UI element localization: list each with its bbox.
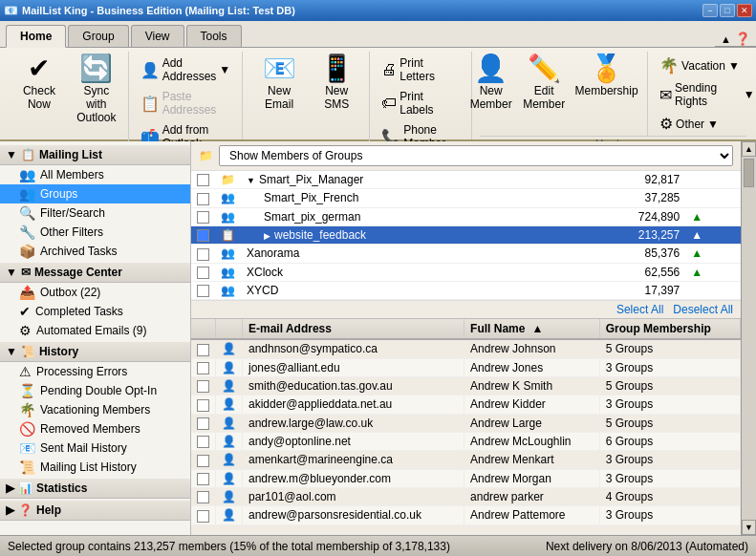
membership-button[interactable]: 🏅 Membership — [572, 52, 641, 101]
tab-tools[interactable]: Tools — [186, 25, 242, 47]
sidebar-item-archived-tasks[interactable]: 📦 Archived Tasks — [0, 242, 190, 261]
col-email[interactable]: E-mail Address — [243, 319, 464, 339]
add-addresses-button[interactable]: 👤 Add Addresses ▼ — [135, 53, 237, 86]
member-row[interactable]: 👤 andrew.m@blueyonder.com Andrew Morgan … — [191, 469, 741, 487]
minimize-button[interactable]: − — [702, 4, 718, 17]
tab-group[interactable]: Group — [68, 25, 128, 47]
group-row[interactable]: 👥 Smart_pix_german 724,890 ▲ — [191, 207, 741, 225]
tab-view[interactable]: View — [131, 25, 184, 47]
archived-tasks-label: Archived Tasks — [40, 245, 117, 258]
new-email-button[interactable]: 📧 New Email — [250, 52, 308, 115]
sidebar-item-filter[interactable]: 🔍 Filter/Search — [0, 203, 190, 223]
paste-addresses-button[interactable]: 📋 Paste Addresses — [135, 87, 237, 119]
sidebar-header-messagecenter[interactable]: ▼ ✉ Message Center — [0, 263, 190, 283]
messagecenter-section-label: Message Center — [34, 266, 122, 279]
group-checkbox[interactable] — [197, 193, 209, 205]
group-checkbox[interactable] — [197, 267, 209, 279]
member-checkbox[interactable] — [197, 491, 209, 503]
member-checkbox[interactable] — [197, 436, 209, 448]
sidebar-item-automated-emails[interactable]: ⚙ Automated Emails (9) — [0, 321, 190, 340]
groups-scroll[interactable]: 📁 ▼Smart_Pix_Manager 92,817 👥 Smart_Pix_… — [191, 171, 741, 300]
sidebar-item-all-members[interactable]: 👥 All Members — [0, 165, 190, 184]
sidebar-item-other-filters[interactable]: 🔧 Other Filters — [0, 223, 190, 242]
ribbon-group-communicate: 📧 New Email 📱 New SMS 🖨 Print Letters 🏷 … — [245, 52, 471, 139]
select-all-link[interactable]: Select All — [616, 303, 663, 316]
sidebar-item-vacationing[interactable]: 🌴 Vacationing Members — [0, 400, 190, 419]
sidebar-item-groups[interactable]: 👥 Groups — [0, 184, 190, 203]
help-icon[interactable]: ❓ — [735, 32, 750, 46]
sidebar-header-mailinglist[interactable]: ▼ 📋 Mailing List — [0, 145, 190, 165]
edit-member-button[interactable]: ✏️ EditMember — [518, 52, 570, 115]
removed-label: Removed Members — [40, 422, 140, 436]
group-count-cell: 62,556 — [557, 263, 685, 281]
group-checkbox[interactable] — [197, 248, 209, 261]
sidebar-header-help[interactable]: ▶ ❓ Help — [0, 501, 190, 521]
member-row[interactable]: 👤 jones@alliant.edu Andrew Jones 3 Group… — [191, 358, 741, 376]
sidebar-item-processing-errors[interactable]: ⚠ Processing Errors — [0, 362, 190, 381]
print-letters-label: Print Letters — [400, 56, 459, 83]
sending-rights-button[interactable]: ✉ Sending Rights ▼ — [654, 78, 756, 111]
print-letters-button[interactable]: 🖨 Print Letters — [376, 53, 464, 86]
group-row[interactable]: 👥 Xanorama 85,376 ▲ — [191, 245, 741, 263]
member-checkbox[interactable] — [197, 362, 209, 374]
member-row[interactable]: 👤 amenkart@marineengine.ca Andrew Menkar… — [191, 451, 741, 469]
col-membership[interactable]: Group Membership — [599, 319, 740, 339]
scroll-down-button[interactable]: ▼ — [742, 520, 756, 535]
new-sms-icon: 📱 — [320, 55, 354, 82]
group-row[interactable]: 📁 ▼Smart_Pix_Manager 92,817 — [191, 171, 741, 189]
check-now-button[interactable]: ✔ Check Now — [10, 52, 69, 115]
scroll-thumb[interactable] — [744, 159, 754, 187]
sidebar-section-statistics: ▶ 📊 Statistics — [0, 479, 190, 499]
tab-home[interactable]: Home — [6, 25, 66, 48]
group-checkbox[interactable] — [197, 229, 209, 242]
group-checkbox[interactable] — [197, 285, 209, 297]
sidebar-header-history[interactable]: ▼ 📜 History — [0, 342, 190, 362]
maximize-button[interactable]: □ — [720, 4, 735, 17]
sidebar-item-pending-optin[interactable]: ⏳ Pending Double Opt-In — [0, 381, 190, 400]
member-checkbox[interactable] — [197, 399, 209, 412]
other-button[interactable]: ⚙ Other ▼ — [654, 112, 756, 136]
member-checkbox[interactable] — [197, 380, 209, 393]
scroll-up-button[interactable]: ▲ — [742, 141, 756, 157]
member-checkbox[interactable] — [197, 344, 209, 356]
close-button[interactable]: ✕ — [737, 4, 752, 17]
member-checkbox[interactable] — [197, 510, 209, 523]
expand-arrow[interactable]: ▶ — [264, 231, 270, 241]
new-sms-button[interactable]: 📱 New SMS — [310, 52, 364, 115]
deselect-all-link[interactable]: Deselect All — [673, 303, 733, 316]
expand-arrow[interactable]: ▼ — [247, 176, 255, 185]
pending-optin-icon: ⏳ — [19, 383, 35, 398]
group-checkbox[interactable] — [197, 174, 209, 186]
sidebar-item-outbox[interactable]: 📤 Outbox (22) — [0, 283, 190, 302]
ribbon-collapse-icon[interactable]: ▲ — [721, 33, 731, 45]
member-row[interactable]: 👤 andrew.large@law.co.uk Andrew Large 5 … — [191, 414, 741, 432]
member-row[interactable]: 👤 andy@optonline.net Andrew McLoughlin 6… — [191, 432, 741, 450]
sync-outlook-button[interactable]: 🔄 Sync withOutlook — [71, 52, 122, 128]
member-checkbox[interactable] — [197, 455, 209, 467]
print-labels-button[interactable]: 🏷 Print Labels — [376, 87, 464, 119]
member-checkbox[interactable] — [197, 473, 209, 485]
group-row-selected[interactable]: 📋 ▶website_feedback 213,257 ▲ — [191, 225, 741, 244]
member-row[interactable]: 👤 andrew@parsonsresidential.co.uk Andrew… — [191, 506, 741, 524]
member-row[interactable]: 👤 andhnson@sympatico.ca Andrew Johnson 5… — [191, 339, 741, 358]
group-row[interactable]: 👥 Smart_Pix_French 37,285 — [191, 189, 741, 207]
group-row[interactable]: 👥 XClock 62,556 ▲ — [191, 263, 741, 281]
group-row[interactable]: 👥 XYCD 17,397 — [191, 281, 741, 299]
groups-dropdown[interactable]: Show Members of Groups — [219, 145, 733, 166]
group-checkbox[interactable] — [197, 211, 209, 224]
sidebar-header-statistics[interactable]: ▶ 📊 Statistics — [0, 479, 190, 499]
sidebar-item-removed[interactable]: 🚫 Removed Members — [0, 419, 190, 438]
sidebar-item-mailinglist-history[interactable]: 📜 Mailing List History — [0, 458, 190, 477]
member-checkbox[interactable] — [197, 417, 209, 430]
members-table-wrap[interactable]: E-mail Address Full Name ▲ Group Members… — [191, 319, 741, 535]
sidebar-item-completed-tasks[interactable]: ✔ Completed Tasks — [0, 302, 190, 321]
new-member-button[interactable]: 👤 NewMember — [465, 52, 517, 115]
vacation-button[interactable]: 🌴 Vacation ▼ — [654, 53, 756, 77]
member-row[interactable]: 👤 smith@education.tas.gov.au Andrew K Sm… — [191, 376, 741, 395]
print-labels-icon: 🏷 — [381, 95, 397, 112]
member-row[interactable]: 👤 akidder@applieddata.net.au Andrew Kidd… — [191, 396, 741, 414]
member-row[interactable]: 👤 par101@aol.com andrew parker 4 Groups — [191, 487, 741, 505]
sidebar-item-sent-history[interactable]: 📧 Sent Mail History — [0, 438, 190, 458]
col-fullname[interactable]: Full Name ▲ — [464, 319, 600, 339]
scrollbar[interactable]: ▲ ▼ — [741, 141, 756, 535]
